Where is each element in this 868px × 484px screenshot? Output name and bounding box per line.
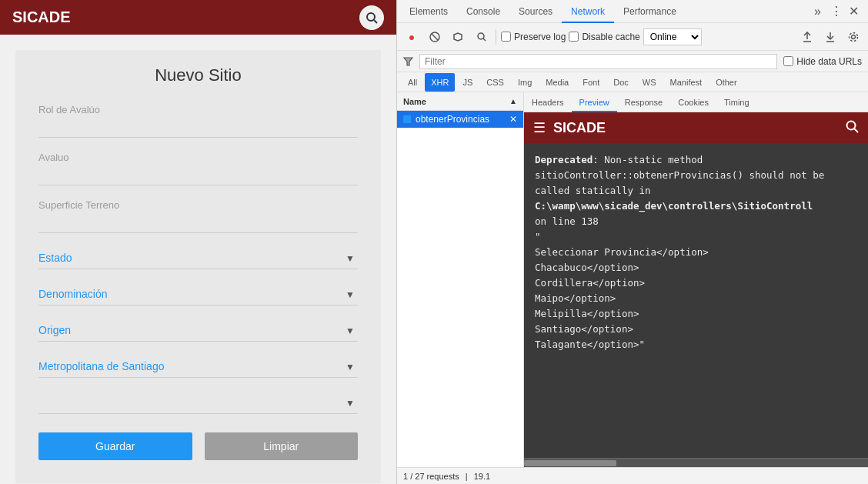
devtools-menu-icon[interactable]: ⋮ xyxy=(830,4,843,18)
avaluo-input[interactable] xyxy=(38,166,358,185)
detail-tab-response[interactable]: Response xyxy=(617,92,671,112)
app-title: SICADE xyxy=(12,8,71,26)
filter-row: Hide data URLs xyxy=(397,51,868,72)
type-tab-media[interactable]: Media xyxy=(539,73,575,92)
horizontal-scrollbar[interactable] xyxy=(524,458,868,467)
rol-avaluo-group: Rol de Avalúo xyxy=(38,104,358,138)
mini-browser: ☰ SICADE Deprecated: Non-static method s… xyxy=(524,112,868,467)
rol-input[interactable] xyxy=(38,118,358,138)
upload-button[interactable] xyxy=(797,27,817,47)
filter-input[interactable] xyxy=(419,54,777,69)
type-tab-img[interactable]: Img xyxy=(512,73,538,92)
devtools-close-icon[interactable]: ✕ xyxy=(843,4,865,18)
search-icon[interactable] xyxy=(471,27,491,47)
detail-tab-timing[interactable]: Timing xyxy=(716,92,757,112)
deprecated-label: Deprecated xyxy=(535,154,593,165)
avaluo-label: Avaluo xyxy=(38,152,358,163)
detail-tab-headers[interactable]: Headers xyxy=(524,92,572,112)
type-tab-other[interactable]: Other xyxy=(709,73,743,92)
tab-performance[interactable]: Performance xyxy=(614,0,686,23)
record-button[interactable]: ● xyxy=(402,27,422,47)
hide-data-urls-checkbox[interactable] xyxy=(783,56,793,66)
hide-data-urls-text: Hide data URLs xyxy=(796,56,862,67)
limpiar-button[interactable]: Limpiar xyxy=(205,432,359,460)
origen-group: Origen ▼ xyxy=(38,319,358,342)
option-cordillera: Cordillera</option> xyxy=(535,275,857,291)
stop-button[interactable] xyxy=(425,27,445,47)
preserve-log-label[interactable]: Preserve log xyxy=(501,32,566,42)
mini-menu-icon[interactable]: ☰ xyxy=(533,119,546,136)
requests-size: 19.1 xyxy=(474,472,490,481)
region-select[interactable]: Metropolitana de Santiago xyxy=(38,355,358,378)
estado-select[interactable]: Estado xyxy=(38,247,358,269)
request-list-header: Name ▲ xyxy=(397,92,523,111)
type-tab-font[interactable]: Font xyxy=(576,73,606,92)
throttle-select[interactable]: Online Offline Slow 3G Fast 3G xyxy=(643,28,702,45)
detail-tab-cookies[interactable]: Cookies xyxy=(670,92,716,112)
request-close-icon[interactable]: ✕ xyxy=(509,114,517,125)
tabs-more-icon[interactable]: » xyxy=(808,5,827,18)
svg-point-5 xyxy=(478,33,484,39)
mini-browser-title: SICADE xyxy=(553,120,837,136)
mini-search-icon[interactable] xyxy=(845,119,859,137)
svg-line-6 xyxy=(483,38,486,41)
download-button[interactable] xyxy=(820,27,840,47)
button-row: Guardar Limpiar xyxy=(38,432,358,460)
type-tab-ws[interactable]: WS xyxy=(636,73,663,92)
region-group: Metropolitana de Santiago ▼ xyxy=(38,355,358,378)
sort-icon: ▲ xyxy=(509,97,517,105)
tab-elements[interactable]: Elements xyxy=(400,0,457,23)
svg-point-12 xyxy=(850,32,858,41)
superficie-group: Superficie Terreno xyxy=(38,199,358,233)
type-tab-js[interactable]: JS xyxy=(456,73,479,92)
requests-count: 1 / 27 requests xyxy=(403,472,459,481)
superficie-input[interactable] xyxy=(38,214,358,233)
form-container: Nuevo Sitio Rol de Avalúo Avaluo Superfi… xyxy=(15,50,381,483)
devtools-panel: Elements Console Sources Network Perform… xyxy=(396,0,868,484)
hide-data-urls-label[interactable]: Hide data URLs xyxy=(783,56,862,67)
request-item[interactable]: obtenerProvincias ✕ xyxy=(397,111,523,128)
mini-browser-content: Deprecated: Non-static method sitioContr… xyxy=(524,143,868,458)
origen-select[interactable]: Origen xyxy=(38,319,358,342)
type-tab-all[interactable]: All xyxy=(402,73,423,92)
extra-select-group: ▼ xyxy=(38,392,358,414)
preserve-log-text: Preserve log xyxy=(514,32,566,42)
tab-network[interactable]: Network xyxy=(562,0,614,23)
disable-cache-label[interactable]: Disable cache xyxy=(569,32,639,42)
svg-point-11 xyxy=(852,35,856,38)
type-tab-css[interactable]: CSS xyxy=(480,73,510,92)
avaluo-group: Avaluo xyxy=(38,152,358,185)
denominacion-group: Denominación ▼ xyxy=(38,283,358,305)
type-tab-xhr[interactable]: XHR xyxy=(425,73,455,92)
tab-console[interactable]: Console xyxy=(457,0,509,23)
option-talagante: Talagante</option>" xyxy=(535,337,857,352)
type-tab-manifest[interactable]: Manifest xyxy=(664,73,709,92)
request-list: Name ▲ obtenerProvincias ✕ xyxy=(397,92,524,467)
clear-button[interactable] xyxy=(448,27,468,47)
guardar-button[interactable]: Guardar xyxy=(38,432,192,460)
detail-tab-preview[interactable]: Preview xyxy=(572,92,617,112)
devtools-top-tabs: Elements Console Sources Network Perform… xyxy=(397,0,868,23)
detail-tabs: Headers Preview Response Cookies Timing xyxy=(524,92,868,112)
extra-select[interactable] xyxy=(38,392,358,414)
option-maipo: Maipo</option> xyxy=(535,291,857,306)
tab-sources[interactable]: Sources xyxy=(509,0,562,23)
svg-point-0 xyxy=(367,13,375,21)
svg-line-1 xyxy=(374,20,377,23)
superficie-label: Superficie Terreno xyxy=(38,199,358,211)
settings-button[interactable] xyxy=(843,27,863,47)
preserve-log-checkbox[interactable] xyxy=(501,32,511,42)
type-tab-doc[interactable]: Doc xyxy=(607,73,635,92)
request-item-name: obtenerProvincias xyxy=(416,114,489,125)
scrollbar-thumb[interactable] xyxy=(524,460,616,466)
app-header: SICADE xyxy=(0,0,396,35)
denominacion-select[interactable]: Denominación xyxy=(38,283,358,305)
devtools-main: Name ▲ obtenerProvincias ✕ Headers Previ… xyxy=(397,92,868,467)
svg-line-15 xyxy=(854,129,858,132)
file-path: C:\wamp\www\sicade_dev\controllers\Sitio… xyxy=(535,199,857,214)
status-separator: | xyxy=(466,472,468,481)
disable-cache-checkbox[interactable] xyxy=(569,32,579,42)
line-info: on line 138 xyxy=(535,214,857,229)
app-search-button[interactable] xyxy=(359,5,384,30)
request-item-indicator xyxy=(403,115,411,123)
